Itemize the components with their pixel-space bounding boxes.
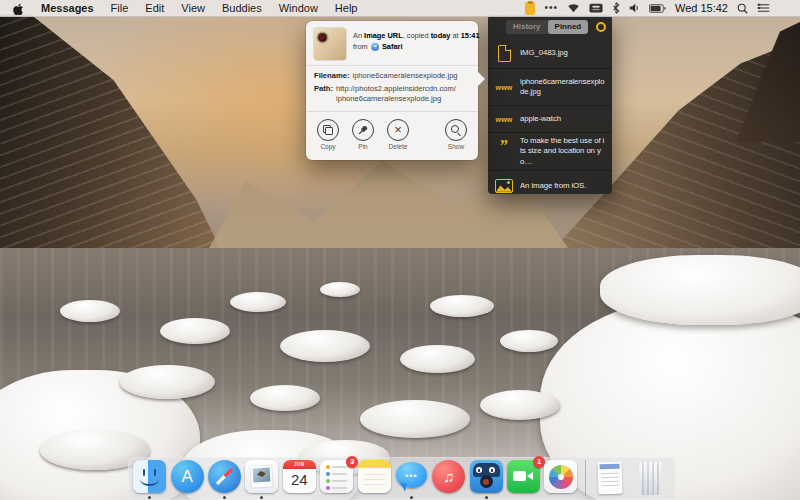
document-file-icon [598, 462, 623, 495]
app-store-icon: A [171, 460, 204, 493]
history-pinned-segmented-control: History Pinned [506, 20, 588, 34]
dock-app-store[interactable]: A [168, 460, 205, 498]
pin-icon [357, 124, 369, 136]
messages-icon: ••• [395, 460, 428, 493]
calendar-day: 24 [283, 469, 316, 491]
pin-button[interactable]: Pin [352, 119, 374, 150]
running-indicator [485, 496, 488, 499]
www-icon: www [496, 116, 513, 123]
list-item-image[interactable]: An image from iOS. [488, 171, 612, 201]
safari-dock-icon [208, 460, 241, 493]
bluetooth-icon[interactable] [612, 2, 620, 14]
calendar-icon: JUN 24 [283, 460, 316, 493]
www-icon: www [496, 84, 513, 91]
finder-icon [133, 460, 166, 493]
calendar-month: JUN [283, 460, 316, 469]
spotlight-icon[interactable] [737, 3, 748, 14]
volume-icon[interactable] [629, 3, 640, 13]
delete-button[interactable]: × Delete [387, 119, 409, 150]
settings-gear-icon[interactable] [596, 22, 606, 32]
photos-icon [544, 460, 577, 493]
document-icon [498, 45, 511, 62]
list-item-url-selected[interactable]: www iphone6cameralensexplode.jpg [488, 69, 612, 106]
filename-label: Filename: [314, 71, 349, 81]
quote-icon: ” [500, 143, 508, 149]
copy-icon [323, 125, 333, 135]
image-icon [495, 179, 513, 193]
keyboard-icon[interactable] [589, 3, 603, 13]
menu-window[interactable]: Window [279, 2, 318, 14]
magnifier-icon [451, 125, 462, 136]
tweetbot-icon [470, 460, 503, 493]
filename-value: iphone6cameralensexplode.jpg [352, 71, 457, 81]
running-indicator [410, 496, 413, 499]
dock-separator [580, 460, 592, 498]
running-indicator [223, 496, 226, 499]
list-item-url[interactable]: www apple-watch [488, 106, 612, 133]
menubar-clock[interactable]: Wed 15:42 [675, 2, 728, 14]
overflow-dots-icon[interactable]: ••• [544, 3, 558, 13]
tab-pinned[interactable]: Pinned [548, 20, 589, 34]
clipping-summary: An Image URL, copied today at 15:41 from… [353, 28, 480, 52]
show-button[interactable]: Show [445, 119, 467, 150]
delete-x-icon: × [394, 125, 402, 135]
desktop: Messages File Edit View Buddies Window H… [0, 0, 800, 500]
clipping-thumbnail [314, 28, 346, 60]
copy-button[interactable]: Copy [317, 119, 339, 150]
clipboard-history-panel: History Pinned IMG_0483.jpg www iphone6c… [488, 15, 612, 194]
list-item-quote[interactable]: ” To make the best use of its size and l… [488, 133, 612, 171]
popover-arrow [478, 72, 485, 86]
notes-icon [358, 460, 391, 493]
dock-notes[interactable] [355, 460, 392, 498]
dock-photos[interactable] [542, 460, 579, 498]
dock-facetime[interactable]: 1 [505, 460, 542, 498]
battery-icon[interactable] [649, 4, 666, 13]
trash-icon [637, 462, 664, 495]
menu-view[interactable]: View [181, 2, 205, 14]
apple-menu[interactable] [13, 2, 24, 15]
mail-icon [245, 460, 278, 493]
safari-icon [371, 43, 379, 51]
list-item-file[interactable]: IMG_0483.jpg [488, 38, 612, 69]
dock: A JUN 24 3 [128, 457, 676, 500]
dock-trash[interactable] [629, 460, 671, 498]
clipping-detail-popover: An Image URL, copied today at 15:41 from… [306, 21, 478, 160]
path-value: http://photos2.appleinsidercdn.com/iphon… [336, 84, 456, 104]
menu-buddies[interactable]: Buddies [222, 2, 262, 14]
menu-messages[interactable]: Messages [41, 2, 94, 14]
notification-center-icon[interactable] [757, 3, 770, 13]
wifi-icon[interactable] [567, 3, 580, 13]
menu-help[interactable]: Help [335, 2, 358, 14]
dock-messages[interactable]: ••• [393, 460, 430, 498]
filename-row: Filename: iphone6cameralensexplode.jpg [314, 71, 470, 81]
dock-finder[interactable] [131, 460, 168, 498]
apple-icon [13, 2, 24, 15]
menu-bar: Messages File Edit View Buddies Window H… [0, 0, 800, 17]
running-indicator [260, 496, 263, 499]
dock-calendar[interactable]: JUN 24 [281, 460, 318, 498]
running-indicator [148, 496, 151, 499]
clipboard-menubar-icon[interactable] [525, 2, 535, 15]
dock-itunes[interactable]: ♫ [430, 460, 467, 498]
dock-tweetbot[interactable] [468, 460, 505, 498]
dock-mail[interactable] [243, 460, 280, 498]
tab-history[interactable]: History [506, 20, 548, 34]
dock-reminders[interactable]: 3 [318, 460, 355, 498]
path-label: Path: [314, 84, 333, 104]
dock-document[interactable] [592, 460, 629, 498]
path-row: Path: http://photos2.appleinsidercdn.com… [314, 84, 470, 104]
dock-safari[interactable] [206, 460, 243, 498]
itunes-icon: ♫ [432, 460, 465, 493]
menu-edit[interactable]: Edit [145, 2, 164, 14]
menu-file[interactable]: File [111, 2, 129, 14]
